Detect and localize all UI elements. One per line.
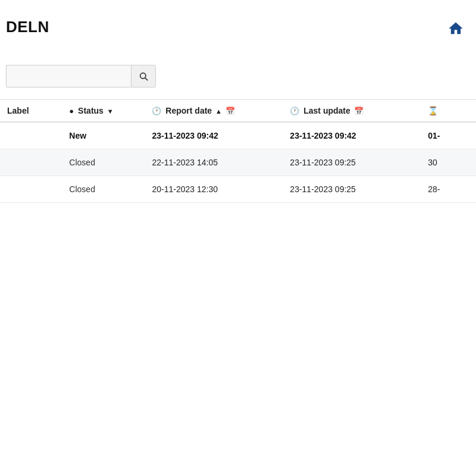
table-body: New 23-11-2023 09:42 23-11-2023 09:42 01…: [0, 122, 476, 203]
cell-last-update: 23-11-2023 09:25: [283, 149, 421, 176]
last-update-value: 23-11-2023 09:25: [290, 158, 356, 167]
cell-label: [0, 176, 62, 203]
col-report-text: Report date: [165, 106, 212, 115]
cell-extra: 01-: [421, 122, 476, 149]
col-header-last-update[interactable]: 🕐 Last update 📅: [283, 100, 421, 123]
status-value: Closed: [69, 158, 95, 167]
search-area: [0, 47, 476, 99]
cell-status: Closed: [62, 176, 145, 203]
report-clock-icon: 🕐: [152, 107, 161, 115]
cell-report-date: 22-11-2023 14:05: [145, 149, 283, 176]
table-header-row: Label ● Status ▼ 🕐 Report date ▲ 📅 �: [0, 100, 476, 123]
report-date-value: 22-11-2023 14:05: [152, 158, 218, 167]
col-header-status[interactable]: ● Status ▼: [62, 100, 145, 123]
status-value: Closed: [69, 184, 95, 194]
status-circle-icon: ●: [69, 107, 74, 115]
col-status-text: Status: [78, 106, 104, 115]
search-input[interactable]: [6, 65, 131, 87]
svg-line-1: [145, 78, 148, 80]
last-update-value: 23-11-2023 09:42: [290, 131, 356, 140]
cell-label: [0, 122, 62, 149]
cell-last-update: 23-11-2023 09:42: [283, 122, 421, 149]
report-date-value: 23-11-2023 09:42: [152, 131, 218, 140]
cell-label: [0, 149, 62, 176]
report-date-value: 20-11-2023 12:30: [152, 184, 218, 194]
extra-value: 01-: [428, 131, 440, 140]
table-row[interactable]: New 23-11-2023 09:42 23-11-2023 09:42 01…: [0, 122, 476, 149]
table-row[interactable]: Closed 20-11-2023 12:30 23-11-2023 09:25…: [0, 176, 476, 203]
cell-extra: 28-: [421, 176, 476, 203]
page-container: DELN Label ● Sta: [0, 0, 476, 203]
cell-extra: 30: [421, 149, 476, 176]
report-cal-icon: 📅: [226, 107, 235, 115]
cell-report-date: 20-11-2023 12:30: [145, 176, 283, 203]
cell-status: Closed: [62, 149, 145, 176]
header-row: DELN: [0, 12, 476, 47]
report-sort-icon: ▲: [215, 108, 222, 115]
col-header-extra: ⌛: [421, 100, 476, 123]
page-title: DELN: [6, 18, 49, 36]
extra-value: 30: [428, 158, 437, 167]
col-header-report-date[interactable]: 🕐 Report date ▲ 📅: [145, 100, 283, 123]
col-header-label[interactable]: Label: [0, 100, 62, 123]
table-row[interactable]: Closed 22-11-2023 14:05 23-11-2023 09:25…: [0, 149, 476, 176]
update-cal-icon: 📅: [354, 107, 364, 115]
cell-report-date: 23-11-2023 09:42: [145, 122, 283, 149]
home-button[interactable]: [447, 20, 464, 41]
extra-icon: ⌛: [428, 106, 438, 115]
status-value: New: [69, 131, 86, 140]
cell-status: New: [62, 122, 145, 149]
status-filter-icon: ▼: [107, 108, 114, 115]
cell-last-update: 23-11-2023 09:25: [283, 176, 421, 203]
search-button[interactable]: [131, 65, 156, 87]
last-update-value: 23-11-2023 09:25: [290, 184, 356, 194]
update-clock-icon: 🕐: [290, 107, 299, 115]
col-update-text: Last update: [303, 106, 350, 115]
extra-value: 28-: [428, 184, 440, 194]
table-wrapper: Label ● Status ▼ 🕐 Report date ▲ 📅 �: [0, 99, 476, 203]
col-label-text: Label: [7, 106, 29, 115]
main-table: Label ● Status ▼ 🕐 Report date ▲ 📅 �: [0, 99, 476, 203]
